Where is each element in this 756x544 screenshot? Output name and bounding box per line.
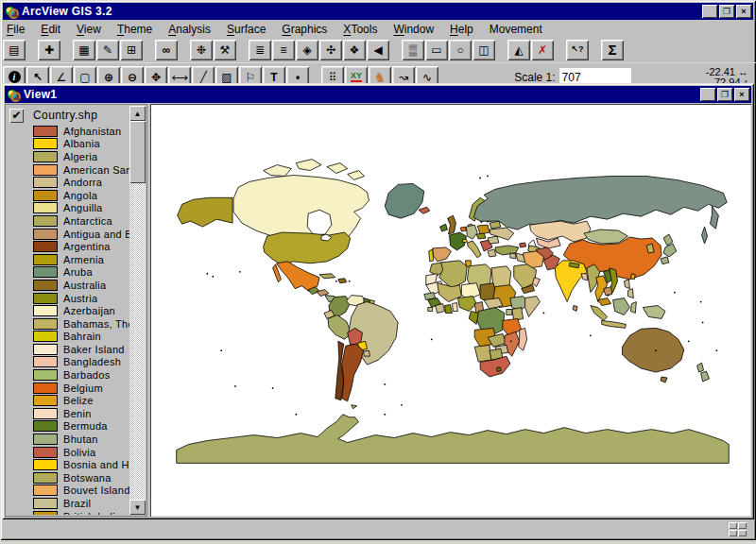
check-icon: ✔ — [11, 109, 21, 122]
menu-graphics[interactable]: Graphics — [282, 23, 327, 36]
legend-scrollbar[interactable]: ▲ ▼ — [129, 106, 146, 515]
world-map[interactable] — [151, 105, 750, 516]
select-features-graphic-button[interactable]: ▒ — [402, 40, 424, 60]
legend-item[interactable]: Antigua and Barbuda — [7, 228, 129, 241]
select-features-graphic-button-icon: ▒ — [409, 44, 418, 56]
zoom-previous-button[interactable]: ◀ — [367, 40, 389, 60]
legend-item[interactable]: Algeria — [7, 150, 129, 163]
legend-label: Aruba — [63, 266, 93, 278]
resize-grip[interactable] — [729, 522, 747, 536]
legend-item[interactable]: Belize — [7, 394, 129, 407]
zoom-in-fixed-button[interactable]: ✣ — [319, 40, 342, 60]
locate-address-button[interactable]: ❉ — [190, 40, 213, 60]
find-button[interactable]: ∞ — [155, 40, 178, 60]
theme-checkbox[interactable]: ✔ — [9, 109, 24, 123]
theme-properties-button[interactable]: ▦ — [73, 40, 95, 60]
legend-item[interactable]: Angola — [7, 189, 129, 202]
zoom-out-fixed-button[interactable]: ❖ — [343, 40, 366, 60]
legend-item[interactable]: Armenia — [7, 253, 129, 266]
legend-item[interactable]: Anguilla — [7, 202, 129, 215]
select-rectangle-button-icon: ▭ — [431, 44, 441, 56]
edit-legend-button[interactable]: ✎ — [96, 40, 119, 60]
menu-surface[interactable]: Surface — [227, 23, 266, 36]
legend-item[interactable]: Bermuda — [7, 420, 129, 434]
legend-item[interactable]: Bosnia and Herzegovina — [7, 458, 129, 471]
app-restore-button[interactable]: ❐ — [719, 5, 734, 18]
scroll-up-button[interactable]: ▲ — [129, 106, 146, 121]
legend-item[interactable]: Baker Island — [7, 343, 129, 356]
menu-bar: FileEditViewThemeAnalysisSurfaceGraphics… — [0, 21, 756, 37]
view1-restore-button[interactable]: ❐ — [717, 88, 732, 101]
menu-movement[interactable]: Movement — [490, 23, 542, 36]
xtools-animal-tool-icon: ♞ — [374, 71, 387, 84]
legend-item[interactable]: Azerbaijan — [7, 304, 129, 317]
clear-selection-button[interactable]: ✗ — [531, 40, 554, 60]
map-region-malaysia — [598, 298, 611, 306]
map-region — [479, 178, 481, 179]
app-minimize-button[interactable]: _ — [702, 5, 717, 18]
scroll-down-button[interactable]: ▼ — [129, 500, 146, 515]
legend-item[interactable]: Barbados — [7, 368, 129, 382]
menu-theme[interactable]: Theme — [117, 23, 152, 36]
legend-item[interactable]: Antarctica — [7, 214, 129, 228]
add-theme-button[interactable]: ✚ — [38, 40, 60, 60]
legend-item[interactable]: Andorra — [7, 176, 129, 189]
legend-item[interactable]: Botswana — [7, 471, 129, 484]
map-region-togo-benin — [452, 303, 457, 312]
menu-window[interactable]: Window — [393, 23, 434, 36]
legend-swatch — [33, 138, 58, 149]
select-all-button[interactable]: ◫ — [472, 40, 495, 60]
legend-item[interactable]: Bangladesh — [7, 356, 129, 369]
legend-item[interactable]: Bolivia — [7, 446, 129, 459]
theme-row[interactable]: ✔ Country.shp — [7, 106, 129, 125]
menu-view[interactable]: View — [77, 23, 101, 36]
menu-edit[interactable]: Edit — [41, 23, 60, 36]
open-theme-table-button[interactable]: ⊞ — [120, 40, 143, 60]
map-region-canada — [233, 175, 369, 243]
map-canvas[interactable] — [150, 104, 751, 517]
select-rectangle-button[interactable]: ▭ — [425, 40, 448, 60]
help-pointer-button[interactable]: ↖? — [566, 40, 589, 60]
zoom-selected-button[interactable]: ◈ — [296, 40, 318, 60]
menu-file[interactable]: File — [7, 23, 25, 36]
sum-button[interactable]: Σ — [601, 40, 624, 60]
legend-swatch — [33, 126, 58, 137]
zoom-previous-button-icon: ◀ — [373, 44, 382, 56]
scroll-thumb[interactable] — [129, 121, 146, 183]
zoom-active-theme-button[interactable]: ≡ — [272, 40, 295, 60]
map-region-namibia — [474, 345, 491, 362]
select-circle-button[interactable]: ○ — [449, 40, 472, 60]
legend-item[interactable]: Benin — [7, 407, 129, 420]
legend-item[interactable]: Bahrain — [7, 331, 129, 344]
legend-label: Belgium — [63, 382, 103, 394]
legend-item[interactable]: Argentina — [7, 240, 129, 253]
map-region — [700, 301, 702, 303]
legend-item[interactable]: Aruba — [7, 266, 129, 280]
view1-minimize-button[interactable]: _ — [700, 88, 715, 101]
app-close-button[interactable]: × — [736, 5, 751, 18]
legend-item[interactable]: British Indian Ocean — [7, 510, 129, 515]
save-button[interactable]: ▤ — [3, 40, 26, 60]
legend-item[interactable]: Bouvet Island — [7, 484, 129, 498]
legend-item[interactable]: Australia — [7, 279, 129, 292]
map-region-uganda — [507, 310, 512, 315]
query-builder-button[interactable]: ⚒ — [214, 40, 236, 60]
coord-x-value: -22.41 — [706, 67, 735, 77]
legend-item[interactable]: Brazil — [7, 497, 129, 510]
legend-item[interactable]: Austria — [7, 292, 129, 305]
menu-xtools[interactable]: XTools — [343, 23, 377, 36]
view1-close-button[interactable]: × — [734, 88, 749, 101]
legend-item[interactable]: Belgium — [7, 382, 129, 395]
map-region-russia — [473, 176, 727, 230]
legend-item[interactable]: Afghanistan — [7, 125, 129, 138]
zoom-full-extent-button[interactable]: ≣ — [249, 40, 271, 60]
legend-item[interactable]: American Samoa — [7, 163, 129, 177]
legend-item[interactable]: Bahamas, The — [7, 317, 129, 331]
legend-label: Andorra — [63, 177, 102, 188]
clear-selection-button-icon: ✗ — [538, 44, 547, 56]
menu-analysis[interactable]: Analysis — [168, 23, 211, 36]
legend-item[interactable]: Albania — [7, 138, 129, 151]
menu-help[interactable]: Help — [450, 23, 473, 36]
legend-item[interactable]: Bhutan — [7, 433, 129, 446]
hillshade-button[interactable]: ◭ — [507, 40, 530, 60]
